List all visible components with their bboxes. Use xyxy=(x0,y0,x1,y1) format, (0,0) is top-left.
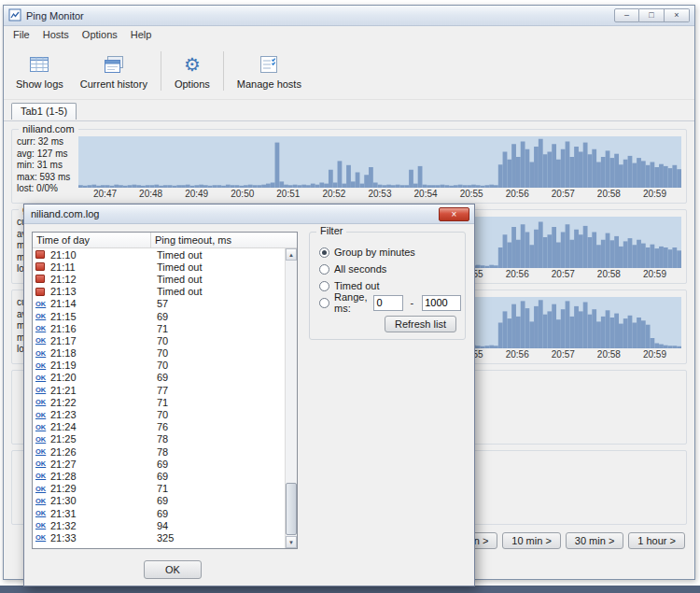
table-row[interactable]: OK21:3169 xyxy=(33,507,285,519)
menu-file[interactable]: File xyxy=(7,27,36,42)
cell-ping-timeout: 70 xyxy=(153,335,285,346)
dialog-titlebar[interactable]: niliand.com.log × xyxy=(24,205,474,224)
cell-ping-timeout: 71 xyxy=(153,323,285,334)
menu-hosts[interactable]: Hosts xyxy=(36,27,76,42)
maximize-button[interactable]: □ xyxy=(639,8,665,22)
table-row[interactable]: OK21:1770 xyxy=(33,334,285,346)
time-label: 20:59 xyxy=(643,349,666,361)
scrollbar-track[interactable] xyxy=(286,261,297,536)
table-row[interactable]: 21:13Timed out xyxy=(33,286,285,298)
show-logs-button[interactable]: Show logs xyxy=(7,45,72,97)
radio-option-group-by-minutes[interactable]: Group by minutes xyxy=(319,244,457,261)
table-row[interactable]: OK21:2370 xyxy=(33,408,285,420)
radio-label-range-ms: Range, ms: xyxy=(334,291,367,314)
options-button[interactable]: ⚙Options xyxy=(166,45,218,97)
cell-ping-timeout: 78 xyxy=(153,433,285,445)
table-row[interactable]: OK21:2869 xyxy=(33,470,285,482)
ok-icon: OK xyxy=(35,485,46,493)
column-ping-timeout[interactable]: Ping timeout, ms xyxy=(151,233,297,247)
radio-option-range-ms[interactable]: Range, ms:- xyxy=(319,294,457,311)
table-row[interactable]: 21:11Timed out xyxy=(33,261,285,273)
time-label: 20:57 xyxy=(552,269,575,281)
ok-button[interactable]: OK xyxy=(144,560,202,579)
table-row[interactable]: OK21:1671 xyxy=(33,322,285,334)
table-header: Time of day Ping timeout, ms xyxy=(33,233,297,248)
ok-icon: OK xyxy=(35,386,46,394)
ok-icon: OK xyxy=(35,312,46,320)
cell-time-of-day: 21:22 xyxy=(49,397,153,408)
range-dash: - xyxy=(408,297,415,308)
table-row[interactable]: OK21:2769 xyxy=(33,458,285,470)
table-row[interactable]: OK21:1870 xyxy=(33,347,285,360)
radio-button-range-ms[interactable] xyxy=(319,298,329,308)
stat-line: min: 31 ms xyxy=(17,160,78,172)
table-row[interactable]: OK21:2476 xyxy=(33,421,285,433)
timeout-icon xyxy=(35,275,45,283)
table-row[interactable]: OK21:2678 xyxy=(33,445,285,458)
hosts-list-icon xyxy=(258,53,280,76)
zoom-button-2[interactable]: 10 min > xyxy=(502,532,561,549)
dialog-close-button[interactable]: × xyxy=(439,207,469,221)
close-button[interactable]: × xyxy=(665,8,690,22)
table-row[interactable]: OK21:2971 xyxy=(33,483,285,495)
options-label: Options xyxy=(175,78,210,90)
cell-time-of-day: 21:16 xyxy=(49,323,153,334)
zoom-button-3[interactable]: 30 min > xyxy=(566,532,624,549)
table-row[interactable]: OK21:1970 xyxy=(33,360,285,372)
manage-hosts-button[interactable]: Manage hosts xyxy=(229,45,310,97)
zoom-button-4[interactable]: 1 hour > xyxy=(628,532,685,549)
table-row[interactable]: OK21:2177 xyxy=(33,384,285,396)
radio-option-all-seconds[interactable]: All seconds xyxy=(319,261,457,277)
main-titlebar[interactable]: Ping Monitor – □ × xyxy=(4,6,694,26)
table-row[interactable]: 21:12Timed out xyxy=(33,273,285,285)
table-row[interactable]: OK xyxy=(33,544,285,549)
stat-line: lost: 0/0% xyxy=(17,183,78,195)
ok-icon: OK xyxy=(35,472,46,480)
radio-button-all-seconds[interactable] xyxy=(319,264,329,275)
scroll-down-icon[interactable]: ▼ xyxy=(286,536,297,548)
cell-time-of-day: 21:18 xyxy=(49,347,153,359)
scroll-up-icon[interactable]: ▲ xyxy=(286,248,297,261)
refresh-list-button[interactable]: Refresh list xyxy=(385,316,456,332)
cell-time-of-day: 21:15 xyxy=(49,311,153,322)
ping-history-graph[interactable] xyxy=(78,136,681,188)
table-row[interactable]: OK21:2069 xyxy=(33,372,285,384)
cell-time-of-day: 21:33 xyxy=(49,532,153,544)
logs-table-icon xyxy=(28,53,50,76)
radio-button-group-by-minutes[interactable] xyxy=(319,247,329,258)
column-time-of-day[interactable]: Time of day xyxy=(33,233,151,247)
log-table: Time of day Ping timeout, ms 21:10Timed … xyxy=(32,232,298,549)
cell-time-of-day: 21:31 xyxy=(49,508,153,519)
range-to-input[interactable] xyxy=(422,295,461,311)
time-label: 20:55 xyxy=(460,189,483,201)
current-history-button[interactable]: Current history xyxy=(72,45,156,97)
cell-time-of-day: 21:28 xyxy=(49,471,153,482)
menu-help[interactable]: Help xyxy=(124,27,159,42)
table-row[interactable]: OK21:2578 xyxy=(33,433,285,445)
table-row[interactable]: OK21:3294 xyxy=(33,519,285,531)
table-row[interactable]: OK21:3069 xyxy=(33,495,285,507)
table-scrollbar[interactable]: ▲ ▼ xyxy=(285,248,297,548)
menu-options[interactable]: Options xyxy=(76,27,124,42)
scrollbar-thumb[interactable] xyxy=(286,483,297,535)
table-row[interactable]: OK21:33325 xyxy=(33,531,285,544)
time-label: 20:58 xyxy=(597,189,621,201)
toolbar-separator xyxy=(161,51,161,91)
ok-icon: OK xyxy=(35,300,46,308)
stat-line: curr: 32 ms xyxy=(17,136,78,148)
timeout-icon xyxy=(35,250,45,259)
cell-ping-timeout: 69 xyxy=(153,471,285,482)
tab-tab1[interactable]: Tab1 (1-5) xyxy=(11,103,77,120)
manage-hosts-label: Manage hosts xyxy=(237,78,301,90)
table-row[interactable]: OK21:1457 xyxy=(33,298,285,310)
cell-time-of-day: 21:26 xyxy=(49,446,153,458)
range-from-input[interactable] xyxy=(373,295,403,311)
table-row[interactable]: OK21:2271 xyxy=(33,396,285,408)
minimize-button[interactable]: – xyxy=(614,8,639,22)
cell-ping-timeout: Timed out xyxy=(153,261,285,273)
radio-button-timed-out[interactable] xyxy=(319,281,329,291)
table-row[interactable]: OK21:1569 xyxy=(33,310,285,322)
time-axis: 20:4720:4820:4920:5020:5120:5220:5320:54… xyxy=(78,188,681,201)
table-row[interactable]: 21:10Timed out xyxy=(33,248,285,261)
radio-label-all-seconds: All seconds xyxy=(334,263,386,275)
